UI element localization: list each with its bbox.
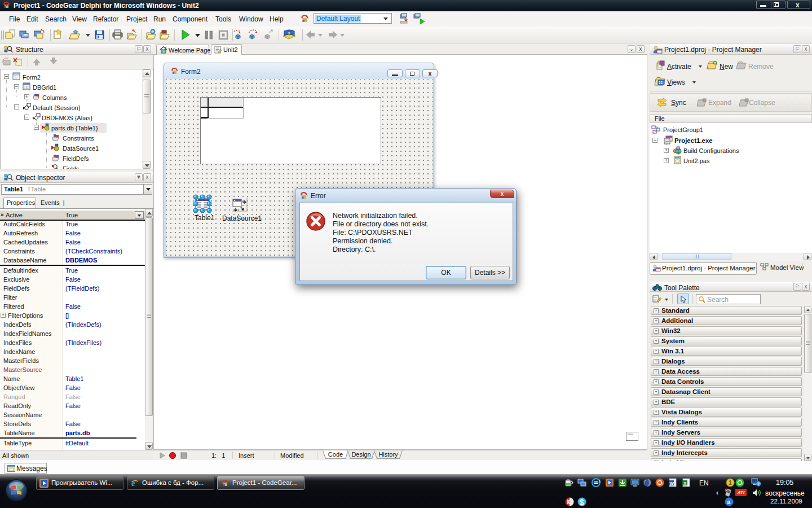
svg-text:e: e [131, 479, 135, 488]
svg-text:a: a [727, 499, 731, 505]
svg-text:X: X [683, 481, 687, 486]
svg-text:1: 1 [729, 480, 732, 486]
svg-text:?: ? [288, 31, 290, 36]
svg-text:W: W [670, 481, 674, 486]
